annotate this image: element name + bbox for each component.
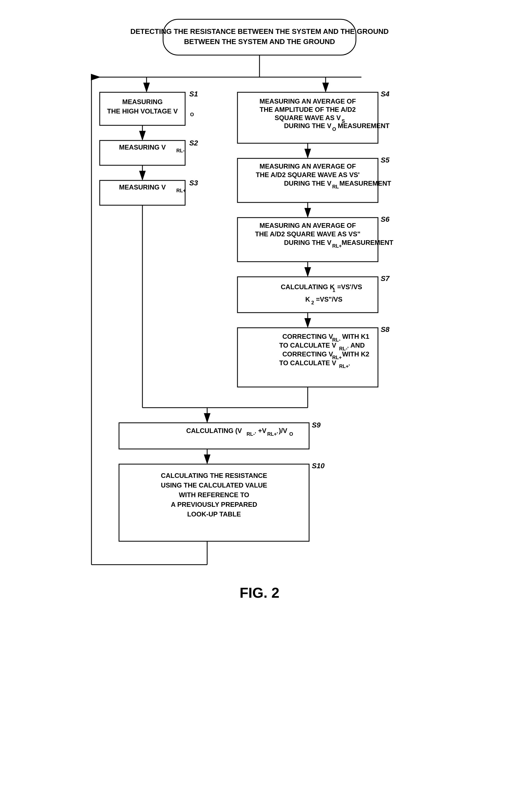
s6-t3b: MEASUREMENT xyxy=(342,239,394,246)
s10-label: S10 xyxy=(312,462,325,470)
s10-t1: CALCULATING THE RESISTANCE xyxy=(161,472,267,479)
s9-text: CALCULATING (V xyxy=(186,427,242,434)
s8-t2b: AND xyxy=(350,342,365,349)
s5-t1: MEASURING AN AVERAGE OF xyxy=(260,163,356,170)
s7-t1-eq: =VS'/VS xyxy=(337,283,362,291)
s9-label: S9 xyxy=(312,421,321,429)
s9-plus: +V xyxy=(258,427,266,434)
s2-label: S2 xyxy=(189,139,198,147)
s8-t1: CORRECTING V xyxy=(282,333,333,340)
s5-t3: DURING THE V xyxy=(284,180,331,187)
flowchart-main: DETECTING THE RESISTANCE BETWEEN THE SYS… xyxy=(83,11,436,760)
s7-t2: K xyxy=(305,295,310,303)
s7-t1: CALCULATING K xyxy=(281,283,335,291)
s4-t4a: DURING THE V xyxy=(284,122,331,129)
s10-t5: LOOK-UP TABLE xyxy=(187,511,241,518)
s5-t3b: MEASUREMENT xyxy=(339,180,391,187)
s1-text1: MEASURING xyxy=(122,98,163,106)
s8-label: S8 xyxy=(381,325,390,334)
title-line2: BETWEEN THE SYSTEM AND THE GROUND xyxy=(184,37,335,46)
s8-t4: TO CALCULATE V xyxy=(279,359,336,367)
title-box xyxy=(163,19,356,55)
s1-label: S1 xyxy=(189,90,198,98)
s6-t3-sub: RL+ xyxy=(332,243,342,249)
s8-t1b: WITH K1 xyxy=(342,333,369,340)
s6-t2: THE A/D2 SQUARE WAVE AS VS" xyxy=(255,230,361,238)
s7-t2-sub2: 2 xyxy=(311,300,314,306)
s9-div: )/V xyxy=(279,427,287,434)
s9-sub3: O xyxy=(289,431,293,437)
s4-t4-sub: O xyxy=(332,126,336,132)
title-line1: DETECTING THE RESISTANCE BETWEEN THE SYS… xyxy=(130,27,389,35)
s10-t3: WITH REFERENCE TO xyxy=(179,491,249,498)
s5-t2: THE A/D2 SQUARE WAVE AS VS' xyxy=(256,171,360,178)
s7-box xyxy=(237,277,378,313)
s5-t3-sub: RL xyxy=(332,184,339,190)
s1-subscript-o: O xyxy=(190,112,194,117)
s9-sub2: RL+' xyxy=(267,431,278,437)
s4-t4b: MEASUREMENT xyxy=(338,122,390,129)
s10-t2: USING THE CALCULATED VALUE xyxy=(161,482,267,489)
s1-text2: THE HIGH VOLTAGE V xyxy=(107,108,178,115)
s6-t3: DURING THE V xyxy=(284,239,331,246)
s7-t2-eq: =VS"/VS xyxy=(316,295,342,303)
s6-label: S6 xyxy=(381,215,390,223)
s4-t1: MEASURING AN AVERAGE OF xyxy=(260,97,356,105)
s8-t3b: WITH K2 xyxy=(342,350,369,358)
s7-label: S7 xyxy=(381,274,390,283)
s7-t1-sub1: 1 xyxy=(333,288,335,293)
s4-t3: SQUARE WAVE AS V xyxy=(275,114,341,121)
s5-label: S5 xyxy=(381,156,390,164)
s3-subscript: RL+ xyxy=(176,188,186,193)
s3-text: MEASURING V xyxy=(119,183,166,191)
s8-t2: TO CALCULATE V xyxy=(279,342,336,349)
s8-t4-sub: RL+' xyxy=(339,364,350,369)
fig-label: FIG. 2 xyxy=(240,585,279,601)
s2-subscript: RL- xyxy=(176,148,184,153)
s10-t4: A PREVIOUSLY PREPARED xyxy=(171,501,257,508)
s8-t3: CORRECTING V xyxy=(282,350,333,358)
s9-sub1: RL-' xyxy=(247,431,256,437)
s3-label: S3 xyxy=(189,179,198,187)
s4-t2: THE AMPLITUDE OF THE A/D2 xyxy=(260,106,356,113)
s4-label: S4 xyxy=(381,90,390,98)
s6-t1: MEASURING AN AVERAGE OF xyxy=(260,222,356,229)
s2-text: MEASURING V xyxy=(119,144,166,151)
